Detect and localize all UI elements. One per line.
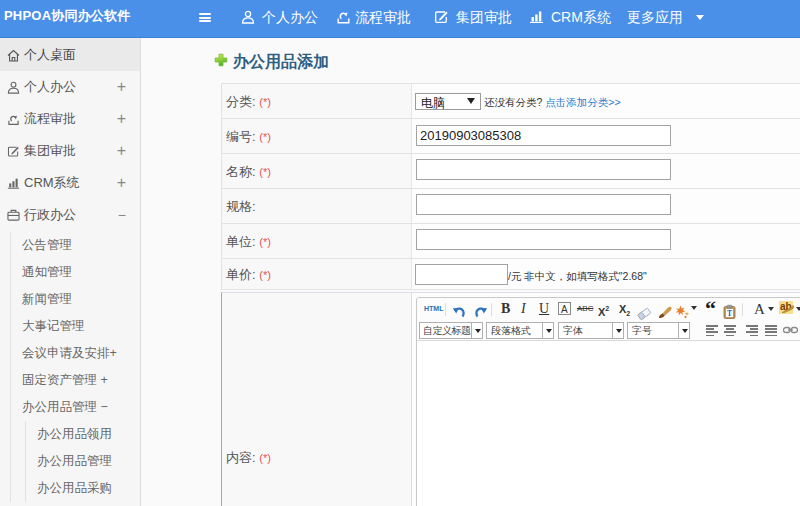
svg-text:T: T [727, 309, 732, 318]
